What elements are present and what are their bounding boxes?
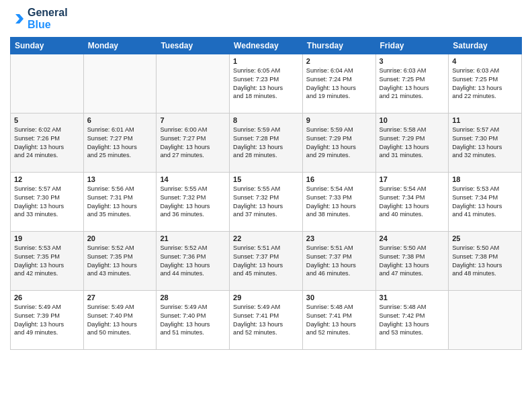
calendar-cell: 22Sunrise: 5:51 AMSunset: 7:37 PMDayligh… [230, 231, 303, 290]
cell-info-line: Sunrise: 5:55 AM [233, 185, 299, 193]
calendar-cell: 2Sunrise: 6:04 AMSunset: 7:24 PMDaylight… [302, 54, 375, 113]
calendar-cell: 13Sunrise: 5:56 AMSunset: 7:31 PMDayligh… [83, 172, 157, 231]
cell-info-line: Daylight: 13 hours [14, 202, 80, 211]
cell-info-line: Sunset: 7:41 PM [306, 312, 372, 320]
calendar-week-2: 5Sunrise: 6:02 AMSunset: 7:26 PMDaylight… [11, 113, 522, 172]
logo-icon [10, 11, 25, 26]
cell-info-line: Sunset: 7:40 PM [160, 312, 226, 320]
calendar-cell: 24Sunrise: 5:50 AMSunset: 7:38 PMDayligh… [375, 231, 449, 290]
col-header-wednesday: Wednesday [230, 37, 303, 54]
day-number: 28 [160, 293, 226, 302]
cell-info-line: Daylight: 13 hours [14, 143, 80, 152]
cell-info-line: Sunrise: 5:50 AM [380, 244, 445, 253]
cell-info-line: Sunset: 7:30 PM [14, 193, 80, 202]
cell-info-line: and 31 minutes. [380, 151, 445, 160]
cell-info-line: Sunrise: 6:03 AM [380, 66, 445, 75]
calendar-cell: 18Sunrise: 5:53 AMSunset: 7:34 PMDayligh… [449, 172, 522, 231]
cell-info-line: Sunrise: 5:54 AM [380, 185, 445, 193]
day-number: 10 [380, 116, 445, 124]
cell-info-line: and 43 minutes. [87, 269, 153, 278]
cell-info-line: Sunset: 7:32 PM [160, 193, 226, 202]
cell-info-line: and 45 minutes. [233, 269, 299, 278]
cell-info-line: Sunrise: 5:57 AM [452, 126, 518, 134]
calendar-cell: 27Sunrise: 5:49 AMSunset: 7:40 PMDayligh… [83, 290, 157, 349]
calendar-cell: 19Sunrise: 5:53 AMSunset: 7:35 PMDayligh… [11, 231, 84, 290]
day-number: 31 [380, 293, 445, 302]
day-number: 3 [380, 57, 445, 65]
cell-info-line: Sunset: 7:31 PM [87, 193, 153, 202]
cell-info-line: Sunrise: 5:49 AM [14, 303, 80, 312]
cell-info-line: Sunset: 7:27 PM [87, 134, 153, 143]
day-number: 7 [160, 116, 226, 124]
col-header-monday: Monday [83, 37, 157, 54]
cell-info-line: Daylight: 13 hours [233, 202, 299, 211]
cell-info-line: Sunrise: 6:02 AM [14, 126, 80, 134]
calendar-cell [449, 290, 522, 349]
cell-info-line: and 50 minutes. [87, 328, 153, 337]
cell-info-line: Sunrise: 6:03 AM [452, 66, 518, 75]
cell-info-line: Sunrise: 5:51 AM [306, 244, 372, 253]
calendar-cell: 9Sunrise: 5:59 AMSunset: 7:29 PMDaylight… [302, 113, 375, 172]
cell-info-line: Sunrise: 6:01 AM [87, 126, 153, 134]
cell-info-line: Sunset: 7:34 PM [380, 193, 445, 202]
calendar-cell: 20Sunrise: 5:52 AMSunset: 7:35 PMDayligh… [83, 231, 157, 290]
day-number: 23 [306, 234, 372, 242]
cell-info-line: Sunset: 7:23 PM [233, 75, 299, 84]
calendar-cell: 16Sunrise: 5:54 AMSunset: 7:33 PMDayligh… [302, 172, 375, 231]
col-header-sunday: Sunday [11, 37, 84, 54]
cell-info-line: Sunrise: 6:04 AM [306, 66, 372, 75]
cell-info-line: Daylight: 13 hours [87, 320, 153, 329]
svg-marker-0 [15, 14, 24, 24]
cell-info-line: Daylight: 13 hours [14, 320, 80, 329]
calendar-cell: 11Sunrise: 5:57 AMSunset: 7:30 PMDayligh… [449, 113, 522, 172]
col-header-thursday: Thursday [302, 37, 375, 54]
cell-info-line: Daylight: 13 hours [160, 261, 226, 270]
cell-info-line: Daylight: 13 hours [306, 320, 372, 329]
cell-info-line: and 35 minutes. [87, 210, 153, 219]
cell-info-line: and 52 minutes. [306, 328, 372, 337]
cell-info-line: Sunset: 7:34 PM [452, 193, 518, 202]
cell-info-line: Sunrise: 5:54 AM [306, 185, 372, 193]
day-number: 9 [306, 116, 372, 124]
cell-info-line: Sunrise: 5:51 AM [233, 244, 299, 253]
cell-info-line: and 24 minutes. [14, 151, 80, 160]
cell-info-line: and 28 minutes. [233, 151, 299, 160]
cell-info-line: Sunrise: 5:58 AM [380, 126, 445, 134]
calendar-cell: 26Sunrise: 5:49 AMSunset: 7:39 PMDayligh… [11, 290, 84, 349]
cell-info-line: and 27 minutes. [160, 151, 226, 160]
cell-info-line: Sunset: 7:29 PM [380, 134, 445, 143]
cell-info-line: Daylight: 13 hours [233, 143, 299, 152]
day-number: 15 [233, 175, 299, 183]
cell-info-line: Sunset: 7:24 PM [306, 75, 372, 84]
cell-info-line: Daylight: 13 hours [452, 84, 518, 93]
cell-info-line: and 47 minutes. [380, 269, 445, 278]
day-number: 8 [233, 116, 299, 124]
cell-info-line: Sunset: 7:29 PM [306, 134, 372, 143]
day-number: 2 [306, 57, 372, 65]
cell-info-line: Daylight: 13 hours [233, 320, 299, 329]
calendar-cell [83, 54, 157, 113]
cell-info-line: Sunset: 7:42 PM [380, 312, 445, 320]
calendar-cell: 8Sunrise: 5:59 AMSunset: 7:28 PMDaylight… [230, 113, 303, 172]
calendar-cell: 29Sunrise: 5:49 AMSunset: 7:41 PMDayligh… [230, 290, 303, 349]
cell-info-line: Sunset: 7:35 PM [87, 253, 153, 261]
cell-info-line: Sunrise: 5:49 AM [160, 303, 226, 312]
cell-info-line: Sunset: 7:36 PM [160, 253, 226, 261]
cell-info-line: Sunrise: 5:52 AM [160, 244, 226, 253]
day-number: 4 [452, 57, 518, 65]
cell-info-line: Sunset: 7:27 PM [160, 134, 226, 143]
calendar-cell: 23Sunrise: 5:51 AMSunset: 7:37 PMDayligh… [302, 231, 375, 290]
calendar-cell: 10Sunrise: 5:58 AMSunset: 7:29 PMDayligh… [375, 113, 449, 172]
cell-info-line: Sunset: 7:39 PM [14, 312, 80, 320]
cell-info-line: and 36 minutes. [160, 210, 226, 219]
day-number: 12 [14, 175, 80, 183]
calendar-header-row: SundayMondayTuesdayWednesdayThursdayFrid… [11, 37, 522, 54]
cell-info-line: Sunset: 7:33 PM [306, 193, 372, 202]
cell-info-line: Sunset: 7:25 PM [452, 75, 518, 84]
day-number: 29 [233, 293, 299, 302]
cell-info-line: Sunset: 7:28 PM [233, 134, 299, 143]
cell-info-line: Sunrise: 5:52 AM [87, 244, 153, 253]
cell-info-line: Sunrise: 5:48 AM [306, 303, 372, 312]
cell-info-line: Daylight: 13 hours [306, 143, 372, 152]
cell-info-line: Sunrise: 5:59 AM [233, 126, 299, 134]
